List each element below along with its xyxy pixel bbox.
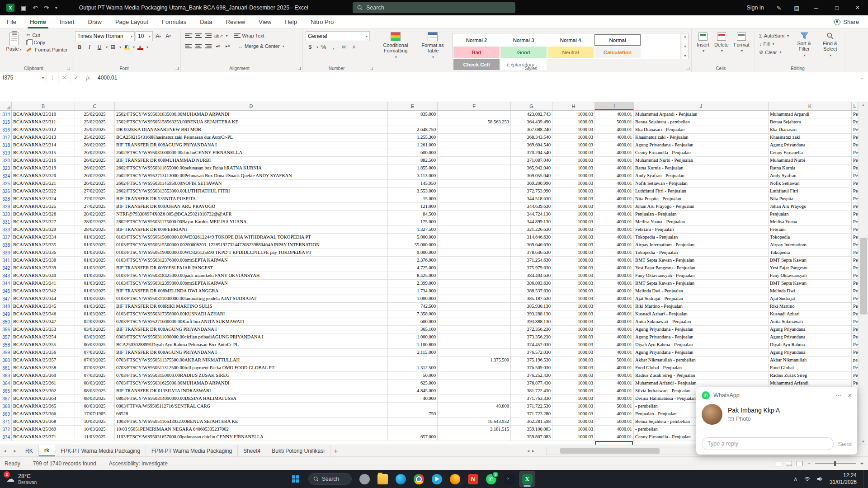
- row-header[interactable]: 323: [0, 164, 12, 172]
- cell[interactable]: BCA/WARNA/25/322: [12, 188, 75, 195]
- cell[interactable]: Pe: [852, 218, 858, 226]
- cell[interactable]: Agung Priyandana: [769, 141, 852, 149]
- merge-center-button[interactable]: ↔Merge & Center▾: [237, 42, 286, 50]
- customize-quick-access-icon[interactable]: ▾: [55, 5, 57, 10]
- cell[interactable]: Pe: [852, 149, 858, 157]
- cell[interactable]: [438, 287, 511, 295]
- cell[interactable]: 16.643.932: [438, 418, 511, 426]
- cell[interactable]: 1000.03: [552, 226, 595, 234]
- cell[interactable]: 362.281.598: [511, 418, 552, 426]
- cell[interactable]: BCA/WARNA/25/313: [12, 134, 75, 141]
- hscroll-arrows[interactable]: ◂▸: [527, 445, 534, 456]
- insert-cells-button[interactable]: Insert▾: [697, 33, 709, 64]
- cell[interactable]: 2.115.000: [388, 349, 438, 357]
- accessibility-status[interactable]: Accessibility: Investigate: [109, 460, 168, 467]
- cell[interactable]: [438, 180, 511, 188]
- cell[interactable]: 4000.01: [595, 395, 634, 403]
- align-middle-icon[interactable]: [193, 31, 203, 40]
- cell[interactable]: [438, 188, 511, 195]
- cell[interactable]: BCA/WARNA/25/314: [12, 141, 75, 149]
- cell[interactable]: 1000.03: [552, 357, 595, 364]
- cell[interactable]: 1000.03: [552, 364, 595, 372]
- cell[interactable]: 1000.03: [552, 280, 595, 287]
- cell[interactable]: Johan Aru Prayogo - Penjualan: [634, 203, 769, 211]
- cell[interactable]: 344.639.630: [511, 203, 552, 211]
- cell[interactable]: 4000.01: [595, 211, 634, 218]
- cell[interactable]: BCA/WARNA/25/347: [12, 318, 75, 326]
- cell[interactable]: 4000.01: [595, 111, 634, 118]
- cell[interactable]: 321.226.630: [511, 226, 552, 234]
- cell[interactable]: Pe: [852, 380, 858, 387]
- bold-button[interactable]: B: [75, 42, 84, 52]
- row-header[interactable]: 364: [0, 380, 12, 387]
- cell[interactable]: 01/03/2025: [75, 241, 115, 249]
- cell[interactable]: 01/03/2025: [75, 234, 115, 241]
- cell[interactable]: 4.725.000: [388, 264, 438, 272]
- cell[interactable]: Muhammad Arfandi: [769, 380, 852, 387]
- cut-button[interactable]: ✂Cut: [25, 31, 69, 39]
- cell[interactable]: Pe: [852, 203, 858, 211]
- row-header[interactable]: 342: [0, 264, 12, 272]
- cell[interactable]: [438, 157, 511, 164]
- row-header[interactable]: 350: [0, 318, 12, 326]
- cell[interactable]: BMT Septa Kawan - Penjualan: [634, 257, 769, 264]
- fill-color-icon[interactable]: ◧: [122, 42, 131, 52]
- cell[interactable]: BIF TRANSFER DR 008MUHAMMAD NURBI: [115, 157, 388, 164]
- cell-style-normal[interactable]: Normal: [594, 34, 641, 46]
- cell[interactable]: BCA/WARNA/25/354: [12, 333, 75, 341]
- cell[interactable]: Pe: [852, 164, 858, 172]
- column-header-C[interactable]: C: [75, 102, 115, 110]
- cell[interactable]: BCA/WARNA/25/366: [12, 410, 75, 418]
- enter-icon[interactable]: ✓: [71, 72, 82, 83]
- cell[interactable]: Radius Zusak Sireg: [769, 372, 852, 380]
- cell[interactable]: 600.000: [388, 149, 438, 157]
- row-header[interactable]: 349: [0, 310, 12, 318]
- cell[interactable]: BCA/WARNA/25/342: [12, 287, 75, 295]
- cell[interactable]: 367.088.240: [511, 126, 552, 134]
- cell[interactable]: Muhammad Arfandi - Penjualan: [634, 380, 769, 387]
- cell[interactable]: 359.807.083: [511, 433, 552, 441]
- cell[interactable]: 1000.03: [552, 395, 595, 403]
- cell[interactable]: BCA/WARNA/25/369: [12, 426, 75, 433]
- cell[interactable]: 17/07/1905: [75, 410, 115, 418]
- zoom-slider[interactable]: [815, 463, 856, 464]
- cell[interactable]: Agung Priyandana - Penjualan: [634, 326, 769, 333]
- cell[interactable]: 4000.01: [595, 272, 634, 280]
- cell[interactable]: 4000.01: [595, 264, 634, 272]
- cell[interactable]: BCA/WARNA/25/340: [12, 272, 75, 280]
- clear-button[interactable]: ⊘Clear▾: [758, 48, 790, 56]
- cell[interactable]: 10/03/2025: [75, 418, 115, 426]
- cell[interactable]: BCA/WARNA/25/325: [12, 203, 75, 211]
- tab-home[interactable]: Home: [23, 15, 53, 28]
- cell[interactable]: Pe: [852, 257, 858, 264]
- cell[interactable]: [438, 280, 511, 287]
- cell-style-normal-2[interactable]: Normal 2: [453, 34, 500, 46]
- cell[interactable]: BCA/WARNA/25/326: [12, 211, 75, 218]
- cell[interactable]: [438, 211, 511, 218]
- cell[interactable]: 372.753.990: [511, 188, 552, 195]
- cell[interactable]: Khasinatuz zaki - Penjualan: [634, 134, 769, 141]
- cancel-icon[interactable]: ×: [59, 72, 71, 83]
- cell[interactable]: Pe: [852, 364, 858, 372]
- cell[interactable]: [438, 364, 511, 372]
- cell[interactable]: 4000.01: [595, 188, 634, 195]
- cell[interactable]: 742.500: [388, 303, 438, 310]
- cell[interactable]: 25/02/2025: [75, 126, 115, 134]
- row-header[interactable]: 365: [0, 387, 12, 395]
- terminal-icon[interactable]: >_: [501, 471, 517, 487]
- row-header[interactable]: 371: [0, 418, 12, 426]
- cell[interactable]: Ajat Sudrajat: [769, 295, 852, 303]
- send-button[interactable]: Send: [838, 441, 852, 447]
- decrease-decimal-icon[interactable]: .0: [349, 42, 358, 52]
- sheet-tab-rk[interactable]: rk: [39, 445, 55, 456]
- cell[interactable]: [438, 234, 511, 241]
- cell[interactable]: 5000.01: [595, 418, 634, 426]
- sheet-nav-right-icon[interactable]: ▸: [10, 445, 20, 456]
- cell[interactable]: Pe: [852, 341, 858, 349]
- cell[interactable]: 3.181.515: [438, 426, 511, 433]
- cell[interactable]: 07/03/2025: [75, 372, 115, 380]
- column-header-H[interactable]: H: [552, 102, 595, 110]
- cell[interactable]: Pe: [852, 264, 858, 272]
- page-break-view-button[interactable]: [797, 461, 803, 466]
- cell[interactable]: 08/03/2025: [75, 395, 115, 403]
